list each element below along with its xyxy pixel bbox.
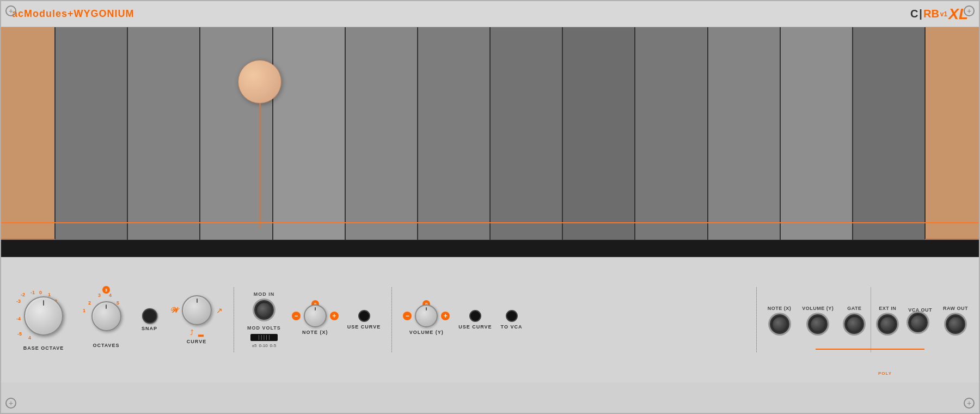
ext-in-label: EXT IN <box>879 306 896 311</box>
note-x-tick <box>315 307 316 310</box>
key-col-1[interactable] <box>56 27 128 240</box>
note-x-label: NOTE (X) <box>302 330 328 335</box>
volume-y-plus[interactable]: + <box>441 312 450 320</box>
key-col-2[interactable] <box>128 27 200 240</box>
outputs-section: NOTE (X) VOLUME (Y) GATE <box>768 306 865 334</box>
logo-c: C <box>910 8 918 20</box>
curve-knob-tick <box>197 299 198 303</box>
logo-vi: v1 <box>940 10 947 18</box>
mod-volts-display: ||||| <box>250 334 278 341</box>
key-col-8[interactable] <box>563 27 635 240</box>
scale-n4: -4 <box>16 316 21 321</box>
joystick[interactable] <box>238 60 281 229</box>
note-x-minus[interactable]: − <box>292 312 301 320</box>
curve-icon-diagonal: ⤴ <box>190 328 194 337</box>
logo-pipe: | <box>919 8 922 20</box>
volume-y-label: VOLUME (Y) <box>409 330 444 335</box>
output-volume-y: VOLUME (Y) <box>802 306 834 334</box>
curve-knob[interactable] <box>182 295 212 325</box>
volume-y-pm-row: − + <box>403 305 450 327</box>
controls-area: 0 1 2 3 -1 -2 -3 -4 -5 4 BASE OCTAVE <box>1 257 979 382</box>
note-x-pm-row: − + <box>292 305 339 327</box>
oct-scale-3: 3 <box>98 293 101 298</box>
scale-0: 0 <box>39 290 42 295</box>
key-strip-left <box>1 27 56 240</box>
extra-outputs-section: EXT IN VCA OUT RAW OUT <box>878 306 968 334</box>
oct-scale-1: 1 <box>83 308 85 313</box>
output-gate-jack[interactable] <box>844 314 864 334</box>
ext-in-jack[interactable] <box>878 314 897 334</box>
base-octave-scale: 0 1 2 3 -1 -2 -3 -4 -5 4 <box>16 289 71 343</box>
octaves-label: OCTAVES <box>93 343 119 348</box>
keyboard-area[interactable] <box>1 27 979 240</box>
snap-group: SNAP <box>142 308 157 331</box>
snap-toggle[interactable] <box>142 308 157 324</box>
raw-out-jack[interactable] <box>946 314 965 334</box>
key-col-9[interactable] <box>635 27 708 240</box>
octaves-scale: 3 4 5 2 1 <box>82 291 131 340</box>
curve-label: CURVE <box>187 339 206 344</box>
brand-prefix: acModules+ <box>12 8 74 19</box>
scale-n2: -2 <box>21 292 25 297</box>
header: acModules+WYGONIUM C | RB v1 XL <box>1 1 979 27</box>
joystick-ball[interactable] <box>238 60 281 104</box>
to-vca-label: TO VCA <box>501 324 523 330</box>
raw-out-label: RAW OUT <box>943 306 968 311</box>
key-col-5[interactable] <box>346 27 418 240</box>
divider-4 <box>871 287 871 352</box>
output-gate: GATE <box>844 306 864 334</box>
key-col-11[interactable] <box>781 27 853 240</box>
volt-opt-2[interactable]: 0-10 <box>259 343 268 348</box>
output-volume-y-jack[interactable] <box>808 314 828 334</box>
controls-inner: 0 1 2 3 -1 -2 -3 -4 -5 4 BASE OCTAVE <box>12 263 968 377</box>
black-strip <box>1 240 979 257</box>
key-col-10[interactable] <box>708 27 781 240</box>
output-volume-y-label: VOLUME (Y) <box>802 306 834 311</box>
base-octave-knob[interactable] <box>24 296 63 336</box>
volume-y-knob[interactable] <box>415 305 438 327</box>
mod-volts-values: ||||| <box>258 335 271 340</box>
output-gate-label: GATE <box>847 306 861 311</box>
output-note-x: NOTE (X) <box>768 306 792 334</box>
to-vca-toggle[interactable] <box>506 310 518 322</box>
scale-n5: -5 <box>17 331 22 337</box>
brand-logo: acModules+WYGONIUM <box>12 8 134 20</box>
corner-tr: + <box>964 5 975 16</box>
base-octave-label: BASE OCTAVE <box>23 345 64 351</box>
use-curve-1-toggle[interactable] <box>358 310 370 322</box>
mod-in-title: MOD IN <box>254 291 275 297</box>
volt-opt-1[interactable]: ±5 <box>252 343 257 348</box>
divider-3 <box>756 287 757 352</box>
use-curve-2-toggle[interactable] <box>469 310 481 322</box>
octaves-knob[interactable] <box>91 301 121 331</box>
base-octave-group: 0 1 2 3 -1 -2 -3 -4 -5 4 BASE OCTAVE <box>16 289 71 351</box>
vca-out-jack[interactable] <box>908 313 928 332</box>
raw-out-group: RAW OUT <box>943 306 968 334</box>
oct-scale-2: 2 <box>88 300 91 306</box>
key-col-12[interactable] <box>853 27 924 240</box>
key-col-6[interactable] <box>418 27 491 240</box>
key-col-7[interactable] <box>491 27 563 240</box>
mod-in-jack[interactable] <box>254 300 274 320</box>
note-x-knob[interactable] <box>304 305 327 327</box>
note-x-plus[interactable]: + <box>330 312 339 320</box>
octaves-group: 3 3 4 5 2 1 OCTAVES <box>82 291 131 348</box>
divider-2 <box>391 287 392 352</box>
to-vca-group: TO VCA <box>501 310 523 330</box>
vca-out-label: VCA OUT <box>908 307 932 313</box>
scale-n1: -1 <box>30 290 35 295</box>
divider-1 <box>234 287 234 352</box>
orange-line <box>1 222 979 223</box>
volume-y-tick <box>426 307 427 310</box>
note-x-group: 0 − + NOTE (X) <box>292 305 339 335</box>
joystick-stem <box>259 104 261 229</box>
keys-middle <box>56 27 924 240</box>
output-note-x-label: NOTE (X) <box>768 306 792 311</box>
use-curve-2-label: USE CURVE <box>458 324 492 330</box>
output-note-x-jack[interactable] <box>770 314 789 334</box>
main-container: + + + + acModules+WYGONIUM C | RB v1 XL <box>0 0 980 414</box>
volt-opt-3[interactable]: 0-5 <box>270 343 277 348</box>
ext-in-group: EXT IN <box>878 306 897 334</box>
key-col-4[interactable] <box>273 27 346 240</box>
volume-y-minus[interactable]: − <box>403 312 412 320</box>
